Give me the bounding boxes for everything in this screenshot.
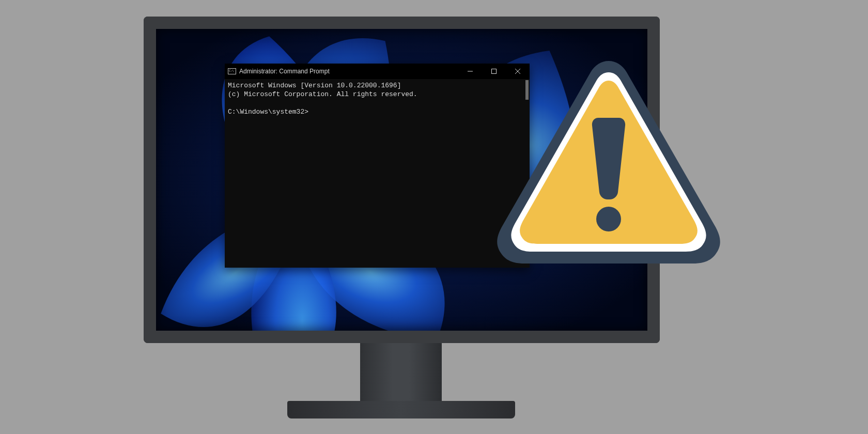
window-titlebar[interactable]: Administrator: Command Prompt — [225, 64, 530, 79]
warning-icon — [495, 55, 722, 267]
terminal-line: Microsoft Windows [Version 10.0.22000.16… — [228, 82, 401, 89]
monitor-stand-base — [287, 401, 515, 419]
svg-point-6 — [596, 207, 621, 231]
terminal-line: (c) Microsoft Corporation. All rights re… — [228, 90, 417, 98]
minimize-button[interactable] — [458, 64, 482, 79]
command-prompt-window[interactable]: Administrator: Command Prompt Microsoft … — [225, 64, 530, 268]
terminal-prompt: C:\Windows\system32> — [228, 108, 313, 116]
terminal-output[interactable]: Microsoft Windows [Version 10.0.22000.16… — [225, 79, 530, 268]
window-title: Administrator: Command Prompt — [239, 68, 330, 75]
minimize-icon — [468, 69, 473, 74]
cmd-window-icon — [228, 68, 236, 74]
monitor-stand-neck — [360, 343, 442, 403]
